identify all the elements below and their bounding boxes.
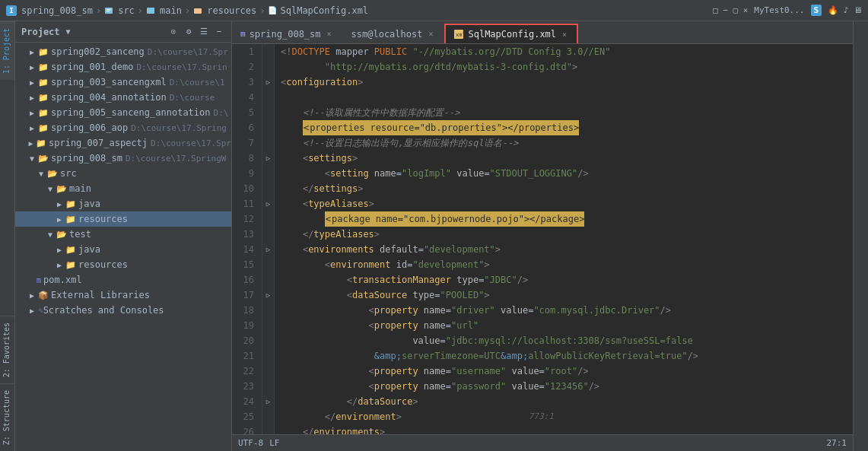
window-controls: □ − ▢ × xyxy=(713,5,748,15)
breadcrumb-part-3 xyxy=(146,5,157,16)
tab-favorites[interactable]: 2: Favorites xyxy=(0,316,14,383)
tree-sublabel-spring004: D:\course xyxy=(170,93,215,103)
tree-item-main[interactable]: ▼ 📂 main xyxy=(15,181,231,196)
scratches-icon: ✎ xyxy=(38,306,43,316)
gutter-20 xyxy=(262,333,274,348)
breadcrumb-src: src xyxy=(118,5,135,16)
code-line-25: </environment> 773:1 xyxy=(281,409,853,424)
tab-sqlmapconfig[interactable]: xml SqlMapConfig.xml × xyxy=(444,24,578,43)
tree-item-java[interactable]: ▶ 📁 java xyxy=(15,196,231,211)
arrow-spring002: ▶ xyxy=(27,47,37,56)
tree-label-spring005: spring_005_sanceng_annotation xyxy=(51,107,211,118)
tree-item-test-resources[interactable]: ▶ 📁 resources xyxy=(15,257,231,272)
gutter-11: ▷ xyxy=(262,196,274,211)
svg-rect-2 xyxy=(107,11,110,11)
tab-z-structure[interactable]: Z: Structure xyxy=(0,383,14,451)
tree-item-pom[interactable]: m pom.xml xyxy=(15,272,231,287)
code-editor[interactable]: 1 2 3 4 5 6 7 8 9 10 11 12 13 14 15 16 1… xyxy=(232,44,853,434)
tree-item-test[interactable]: ▼ 📂 test xyxy=(15,227,231,242)
tab-ssm-label: ssm@localhost xyxy=(351,29,423,40)
panel-header: Project ▼ ⊙ ⚙ ☰ − xyxy=(15,21,231,43)
nav-icons: 🔥 ♪ 🖥 xyxy=(828,5,862,15)
code-line-14: <environments default="development"> xyxy=(281,242,853,257)
code-line-12: <package name="com.bjpowernode.pojo"></p… xyxy=(281,211,853,227)
tree-item-test-java[interactable]: ▶ 📁 java xyxy=(15,242,231,257)
panel-close-icon[interactable]: − xyxy=(213,26,225,38)
folder-icon-spring006: 📁 xyxy=(38,123,49,133)
code-line-17: <dataSource type="POOLED"> xyxy=(281,287,853,303)
code-line-21: &amp;serverTimezone=UTC&amp;allowPublicK… xyxy=(281,348,853,364)
tree-item-src[interactable]: ▼ 📂 src xyxy=(15,166,231,181)
tree-item-spring002[interactable]: ▶ 📁 spring002_sanceng D:\course\17.Spr xyxy=(15,44,231,59)
ln-17: 17 xyxy=(237,287,257,303)
tab-bar: m spring_008_sm × ssm@localhost × xml Sq… xyxy=(232,21,853,44)
gutter-10 xyxy=(262,181,274,196)
tab-sqlmap-close[interactable]: × xyxy=(560,30,569,39)
panel-icons: ⊙ ⚙ ☰ − xyxy=(167,26,225,38)
folder-icon-spring003: 📁 xyxy=(38,78,49,87)
tab-ssm-close[interactable]: × xyxy=(426,30,435,39)
ln-14: 14 xyxy=(237,242,257,257)
folder-icon-java: 📁 xyxy=(65,199,76,209)
ln-4: 4 xyxy=(237,90,257,105)
code-content[interactable]: <!DOCTYPE mapper PUBLIC "-//mybatis.org/… xyxy=(275,44,853,434)
folder-icon-spring008: 📂 xyxy=(38,154,49,164)
code-line-6: <properties resource="db.properties"></p… xyxy=(281,120,853,135)
tree-label-spring001: spring_001_demo xyxy=(51,62,133,72)
ln-11: 11 xyxy=(237,196,257,211)
ln-20: 20 xyxy=(237,333,257,348)
tree-sublabel-spring006: D:\course\17.Spring xyxy=(131,123,227,133)
code-line-13: </typeAliases> xyxy=(281,227,853,242)
tab-project[interactable]: 1: Project xyxy=(0,21,14,80)
tree-item-scratches[interactable]: ▶ ✎ Scratches and Consoles xyxy=(15,303,231,318)
gutter-2 xyxy=(262,59,274,75)
code-line-19: <property name="url" xyxy=(281,318,853,333)
breadcrumb-part-1: spring_008_sm xyxy=(21,5,93,16)
tree-item-spring001[interactable]: ▶ 📁 spring_001_demo D:\course\17.Sprin xyxy=(15,59,231,75)
arrow-spring007: ▶ xyxy=(27,138,34,148)
tree-item-resources[interactable]: ▶ 📁 resources xyxy=(15,211,231,227)
gutter-19 xyxy=(262,318,274,333)
panel-settings-icon[interactable]: ☰ xyxy=(198,26,210,38)
folder-icon-test-resources: 📁 xyxy=(65,260,76,270)
tree-label-resources: resources xyxy=(78,214,128,224)
status-linesep: LF xyxy=(269,438,279,448)
title-bar: I spring_008_sm › src › main › resources… xyxy=(0,0,868,21)
tree-label-src: src xyxy=(60,168,77,179)
svg-text:xml: xml xyxy=(456,32,464,38)
ln-6: 6 xyxy=(237,120,257,135)
gutter-13 xyxy=(262,227,274,242)
tree-label-spring007: spring_007_aspectj xyxy=(49,138,148,148)
tab-ssm-localhost[interactable]: ssm@localhost × xyxy=(343,24,444,43)
panel-gear-icon[interactable]: ⚙ xyxy=(183,26,195,38)
code-line-18: <property name="driver" value="com.mysql… xyxy=(281,303,853,318)
gutter-12 xyxy=(262,211,274,227)
ln-3: 3 xyxy=(237,75,257,90)
ln-21: 21 xyxy=(237,348,257,364)
tree-item-spring008[interactable]: ▼ 📂 spring_008_sm D:\course\17.SpringW xyxy=(15,151,231,166)
gutter-25 xyxy=(262,409,274,424)
tree-item-spring007[interactable]: ▶ 📁 spring_007_aspectj D:\course\17.Spr xyxy=(15,135,231,151)
ln-7: 7 xyxy=(237,135,257,151)
dropdown-arrow[interactable]: ▼ xyxy=(66,27,71,36)
status-bar: UTF-8 LF 27:1 xyxy=(232,434,853,451)
folder-icon-spring007: 📁 xyxy=(36,138,46,148)
tree-item-spring006[interactable]: ▶ 📁 spring_006_aop D:\course\17.Spring xyxy=(15,120,231,135)
ln-9: 9 xyxy=(237,166,257,181)
arrow-spring004: ▶ xyxy=(27,93,37,102)
panel-locate-icon[interactable]: ⊙ xyxy=(167,26,180,38)
gutter-21 xyxy=(262,348,274,364)
breadcrumb-file-icon: 📄 xyxy=(268,6,277,14)
tree-item-spring003[interactable]: ▶ 📁 spring_003_sancengxml D:\course\1 xyxy=(15,75,231,90)
ln-8: 8 xyxy=(237,151,257,166)
tree-label-spring006: spring_006_aop xyxy=(51,122,128,133)
tree-item-external-libs[interactable]: ▶ 📦 External Libraries xyxy=(15,287,231,303)
tab-spring008-label: spring_008_sm xyxy=(250,29,321,40)
tree-item-spring005[interactable]: ▶ 📁 spring_005_sanceng_annotation D:\ xyxy=(15,105,231,120)
tree-sublabel-spring003: D:\course\1 xyxy=(170,78,225,87)
gutter-18 xyxy=(262,303,274,318)
tab-spring008-close[interactable]: × xyxy=(325,30,334,39)
tree-item-spring004[interactable]: ▶ 📁 spring_004_annotation D:\course xyxy=(15,90,231,105)
arrow-resources: ▶ xyxy=(55,214,64,224)
tab-spring008-sm[interactable]: m spring_008_sm × xyxy=(232,24,342,43)
